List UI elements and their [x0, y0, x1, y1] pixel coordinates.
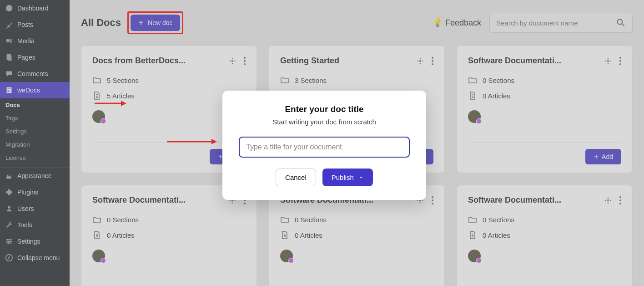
svg-point-18: [244, 63, 246, 65]
sections-text: 0 Sections: [107, 216, 139, 224]
sidebar-item-pages[interactable]: Pages: [0, 49, 70, 66]
articles-text: 0 Articles: [483, 231, 510, 239]
bulb-icon: 💡: [433, 18, 443, 28]
folder-icon: [280, 215, 289, 224]
page-title: All Docs: [81, 17, 121, 29]
search-box[interactable]: [489, 13, 633, 33]
more-icon[interactable]: [244, 57, 246, 65]
drag-icon[interactable]: [604, 196, 612, 204]
search-icon: [616, 18, 626, 28]
svg-point-22: [619, 57, 621, 59]
svg-point-11: [7, 239, 9, 241]
sections-row: 3 Sections: [280, 76, 433, 85]
sidebar-item-collapse[interactable]: Collapse menu: [0, 250, 70, 266]
sidebar-item-wedocs[interactable]: weDocs: [0, 82, 70, 98]
drag-icon[interactable]: [228, 57, 236, 65]
sidebar-item-users[interactable]: Users: [0, 200, 70, 217]
articles-row: 0 Articles: [92, 230, 246, 240]
avatar: [468, 250, 481, 262]
folder-icon: [468, 215, 477, 224]
card-title[interactable]: Getting Started: [280, 56, 339, 66]
sections-row: 0 Sections: [92, 215, 246, 224]
arrow-annotation: [167, 138, 217, 146]
sidebar-item-label: Tools: [17, 221, 32, 229]
sections-text: 5 Sections: [107, 77, 139, 84]
sections-text: 3 Sections: [295, 77, 327, 84]
drag-icon[interactable]: [604, 57, 612, 65]
pin-icon: [5, 20, 14, 29]
svg-point-30: [432, 203, 433, 204]
card-title[interactable]: Software Documentati...: [468, 56, 561, 66]
new-doc-button[interactable]: New doc: [131, 15, 180, 31]
cancel-button[interactable]: Cancel: [276, 169, 316, 186]
svg-point-7: [8, 206, 10, 209]
page-header: All Docs New doc 💡 Feedback: [81, 11, 633, 34]
card-meta: 0 Sections 0 Articles: [280, 215, 433, 240]
more-icon[interactable]: [619, 196, 621, 204]
folder-icon: [468, 76, 477, 85]
feedback-link[interactable]: 💡 Feedback: [433, 18, 481, 28]
svg-point-29: [432, 199, 433, 201]
card-header: Getting Started: [280, 56, 433, 66]
file-icon: [468, 230, 477, 240]
sidebar-item-settings[interactable]: Settings: [0, 233, 70, 250]
svg-point-23: [619, 60, 621, 62]
add-label: Add: [602, 153, 613, 160]
card-controls: [228, 57, 246, 65]
svg-point-24: [619, 63, 621, 65]
card-title[interactable]: Software Documentati...: [468, 195, 561, 205]
folder-icon: [92, 215, 101, 224]
doc-card: Software Documentati... 0 Sections 0 Art…: [457, 46, 633, 173]
svg-point-31: [619, 196, 621, 198]
admin-sidebar: Dashboard Posts Media Pages Comments weD…: [0, 0, 70, 286]
articles-text: 0 Articles: [483, 92, 510, 100]
plus-icon: [138, 20, 144, 26]
svg-marker-35: [121, 101, 126, 106]
svg-rect-6: [7, 91, 10, 92]
sidebar-item-appearance[interactable]: Appearance: [0, 168, 70, 184]
doc-title-input[interactable]: [239, 137, 410, 158]
sidebar-item-posts[interactable]: Posts: [0, 16, 70, 33]
search-input[interactable]: [496, 19, 616, 27]
sidebar-sub-tags[interactable]: Tags: [0, 112, 70, 125]
media-icon: [5, 36, 14, 46]
new-doc-highlight: New doc: [127, 11, 183, 34]
publish-button[interactable]: Publish: [322, 169, 373, 186]
more-icon[interactable]: [432, 196, 433, 204]
card-title[interactable]: Software Documentati...: [92, 195, 186, 205]
file-icon: [468, 91, 477, 100]
add-button[interactable]: Add: [585, 149, 621, 164]
svg-point-13: [8, 242, 10, 244]
card-controls: [604, 57, 621, 65]
sidebar-sub-license[interactable]: License: [0, 151, 70, 164]
drag-icon[interactable]: [416, 57, 424, 65]
sidebar-sub-settings[interactable]: Settings: [0, 125, 70, 138]
articles-row: 0 Articles: [468, 230, 621, 240]
card-title[interactable]: Docs from BetterDocs...: [92, 56, 186, 66]
more-icon[interactable]: [432, 57, 433, 65]
articles-text: 0 Articles: [107, 231, 135, 239]
sections-text: 0 Sections: [483, 77, 514, 84]
sidebar-item-dashboard[interactable]: Dashboard: [0, 0, 70, 16]
dashboard-icon: [5, 4, 14, 13]
card-meta: 0 Sections 0 Articles: [92, 215, 246, 240]
sections-row: 0 Sections: [280, 215, 433, 224]
svg-point-0: [6, 39, 10, 42]
sidebar-item-label: Media: [17, 37, 35, 45]
sidebar-item-label: Comments: [17, 70, 48, 77]
doc-card: Software Documentati... 0 Sections 0 Art…: [269, 185, 445, 286]
sidebar-sub-migration[interactable]: Migration: [0, 138, 70, 151]
modal-title: Enter your doc title: [239, 104, 410, 114]
chevron-down-icon: [358, 175, 364, 180]
card-header: Software Documentati...: [468, 56, 621, 66]
sidebar-sub-docs[interactable]: Docs: [0, 98, 70, 112]
sidebar-item-comments[interactable]: Comments: [0, 66, 70, 82]
users-icon: [5, 204, 14, 213]
sidebar-item-plugins[interactable]: Plugins: [0, 184, 70, 200]
doc-card: Software Documentati... 0 Sections 0 Art…: [81, 185, 257, 286]
sidebar-item-media[interactable]: Media: [0, 33, 70, 49]
more-icon[interactable]: [619, 57, 621, 65]
sidebar-item-tools[interactable]: Tools: [0, 217, 70, 233]
card-meta: 0 Sections 0 Articles: [468, 76, 621, 100]
card-header: Docs from BetterDocs...: [92, 56, 246, 66]
